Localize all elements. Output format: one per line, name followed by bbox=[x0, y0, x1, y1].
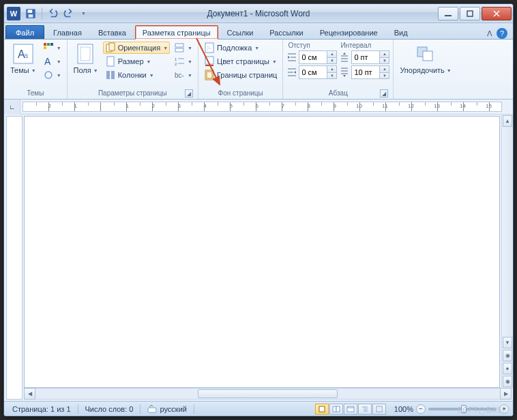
tab-review[interactable]: Рецензирование bbox=[312, 25, 385, 39]
paragraph-dialog-launcher[interactable]: ◢ bbox=[380, 89, 388, 97]
ribbon-minimize-icon[interactable]: ᐱ bbox=[487, 29, 492, 38]
group-themes: Aa Темы▼ ▼ A▼ ▼ Темы bbox=[4, 40, 68, 99]
columns-label: Колонки bbox=[118, 71, 147, 79]
view-web-layout[interactable] bbox=[344, 404, 357, 415]
group-arrange: Упорядочить▼ bbox=[394, 40, 457, 99]
spin-up[interactable]: ▲ bbox=[379, 66, 389, 73]
scroll-up-icon[interactable]: ▲ bbox=[503, 115, 512, 127]
horizontal-ruler[interactable]: 2112345678910111213141516 bbox=[23, 102, 502, 112]
scroll-left-icon[interactable]: ◀ bbox=[24, 388, 35, 400]
spin-up[interactable]: ▲ bbox=[327, 51, 336, 58]
breaks-button[interactable]: ▼ bbox=[172, 42, 194, 54]
theme-effects-button[interactable]: ▼ bbox=[41, 69, 63, 81]
themes-button[interactable]: Aa Темы▼ bbox=[8, 42, 39, 76]
group-label-page-setup: Параметры страницы◢ bbox=[71, 88, 194, 99]
arrange-button[interactable]: Упорядочить▼ bbox=[397, 42, 454, 76]
indent-right-input[interactable] bbox=[299, 66, 327, 78]
space-before-input[interactable] bbox=[352, 51, 379, 63]
svg-rect-39 bbox=[336, 406, 340, 412]
page-setup-dialog-launcher[interactable]: ◢ bbox=[185, 89, 193, 97]
group-page-setup: Поля▼ Ориентация▼ Размер▼ Колонки▼ ▼ 12▼… bbox=[68, 40, 198, 99]
view-buttons bbox=[315, 404, 386, 415]
tab-page-layout[interactable]: Разметка страницы bbox=[135, 25, 218, 40]
columns-button[interactable]: Колонки▼ bbox=[103, 69, 170, 81]
vertical-ruler[interactable] bbox=[6, 116, 23, 400]
next-page-icon[interactable]: ◉ bbox=[503, 376, 512, 387]
qat-customize-icon[interactable]: ▼ bbox=[77, 7, 89, 20]
margins-label: Поля bbox=[74, 66, 91, 74]
arrange-label: Упорядочить bbox=[400, 66, 444, 74]
space-after-spinner[interactable]: ▲▼ bbox=[351, 65, 389, 79]
tab-view[interactable]: Вид bbox=[387, 25, 415, 39]
svg-rect-10 bbox=[50, 43, 53, 46]
help-area: ᐱ ? bbox=[487, 28, 513, 39]
orientation-button[interactable]: Ориентация▼ bbox=[103, 42, 170, 54]
indent-left-spinner[interactable]: ▲▼ bbox=[299, 50, 337, 64]
view-print-layout[interactable] bbox=[315, 404, 329, 415]
spin-up[interactable]: ▲ bbox=[379, 51, 389, 58]
svg-rect-21 bbox=[175, 44, 183, 47]
app-window: W ▼ Документ1 - Microsoft Word Файл Глав… bbox=[3, 3, 514, 417]
svg-text:A: A bbox=[44, 56, 51, 67]
indent-left-input[interactable] bbox=[299, 51, 327, 63]
spin-down[interactable]: ▼ bbox=[379, 58, 389, 64]
margins-button[interactable]: Поля▼ bbox=[71, 42, 101, 76]
svg-rect-20 bbox=[111, 71, 115, 79]
word-app-icon[interactable]: W bbox=[7, 7, 20, 20]
close-button[interactable] bbox=[482, 7, 512, 20]
view-outline[interactable] bbox=[358, 404, 372, 415]
tab-file[interactable]: Файл bbox=[5, 25, 44, 39]
svg-rect-35 bbox=[423, 51, 432, 61]
svg-rect-9 bbox=[47, 43, 50, 46]
tab-insert[interactable]: Вставка bbox=[91, 25, 134, 39]
maximize-button[interactable] bbox=[460, 7, 480, 20]
spin-down[interactable]: ▼ bbox=[379, 73, 389, 79]
tab-references[interactable]: Ссылки bbox=[220, 25, 261, 39]
svg-rect-2 bbox=[29, 14, 33, 18]
status-language[interactable]: русский bbox=[143, 404, 190, 415]
status-word-count[interactable]: Число слов: 0 bbox=[81, 405, 138, 413]
scroll-h-thumb[interactable] bbox=[198, 389, 337, 398]
view-draft[interactable] bbox=[372, 404, 386, 415]
view-full-screen[interactable] bbox=[329, 404, 343, 415]
page-color-icon bbox=[204, 56, 215, 67]
proofing-icon bbox=[147, 404, 157, 415]
space-after-input[interactable] bbox=[352, 66, 379, 78]
theme-fonts-button[interactable]: A▼ bbox=[41, 55, 63, 68]
hyphenation-button[interactable]: bс-▼ bbox=[172, 69, 194, 81]
document-page[interactable] bbox=[24, 116, 500, 388]
size-button[interactable]: Размер▼ bbox=[103, 55, 170, 68]
page-color-button[interactable]: Цвет страницы▼ bbox=[202, 55, 279, 68]
help-icon[interactable]: ? bbox=[497, 28, 507, 39]
zoom-value[interactable]: 100% bbox=[394, 405, 413, 413]
spin-up[interactable]: ▲ bbox=[327, 66, 336, 73]
vertical-scrollbar[interactable]: ▲ ▼ ◉ ● ◉ bbox=[501, 115, 513, 388]
ribbon: Aa Темы▼ ▼ A▼ ▼ Темы Поля▼ Ориентация▼ bbox=[4, 40, 513, 100]
spin-down[interactable]: ▼ bbox=[327, 73, 336, 79]
undo-icon[interactable] bbox=[47, 7, 59, 20]
scroll-down-icon[interactable]: ▼ bbox=[503, 337, 512, 348]
theme-colors-button[interactable]: ▼ bbox=[41, 42, 63, 54]
tab-selector[interactable]: ∟ bbox=[4, 100, 20, 115]
horizontal-scrollbar[interactable]: ◀ ▶ bbox=[24, 388, 512, 400]
tab-home[interactable]: Главная bbox=[46, 25, 89, 39]
svg-rect-37 bbox=[319, 406, 325, 412]
space-before-spinner[interactable]: ▲▼ bbox=[351, 50, 389, 64]
indent-left-icon bbox=[286, 52, 297, 63]
svg-rect-31 bbox=[205, 65, 213, 66]
line-numbers-button[interactable]: 12▼ bbox=[172, 55, 194, 68]
group-label-paragraph: Абзац◢ bbox=[286, 88, 389, 99]
indent-right-spinner[interactable]: ▲▼ bbox=[299, 65, 337, 79]
watermark-button[interactable]: AПодложка▼ bbox=[202, 42, 279, 54]
spin-down[interactable]: ▼ bbox=[327, 58, 336, 64]
prev-page-icon[interactable]: ◉ bbox=[503, 350, 512, 361]
page-borders-button[interactable]: Границы страниц bbox=[202, 69, 279, 81]
redo-icon[interactable] bbox=[62, 7, 74, 20]
scroll-right-icon[interactable]: ▶ bbox=[500, 388, 512, 400]
minimize-button[interactable] bbox=[438, 7, 458, 20]
save-icon[interactable] bbox=[25, 7, 37, 20]
tab-mailings[interactable]: Рассылки bbox=[262, 25, 310, 39]
browse-object-icon[interactable]: ● bbox=[503, 363, 512, 374]
status-page[interactable]: Страница: 1 из 1 bbox=[8, 405, 75, 413]
zoom-out-button[interactable]: − bbox=[416, 404, 426, 414]
